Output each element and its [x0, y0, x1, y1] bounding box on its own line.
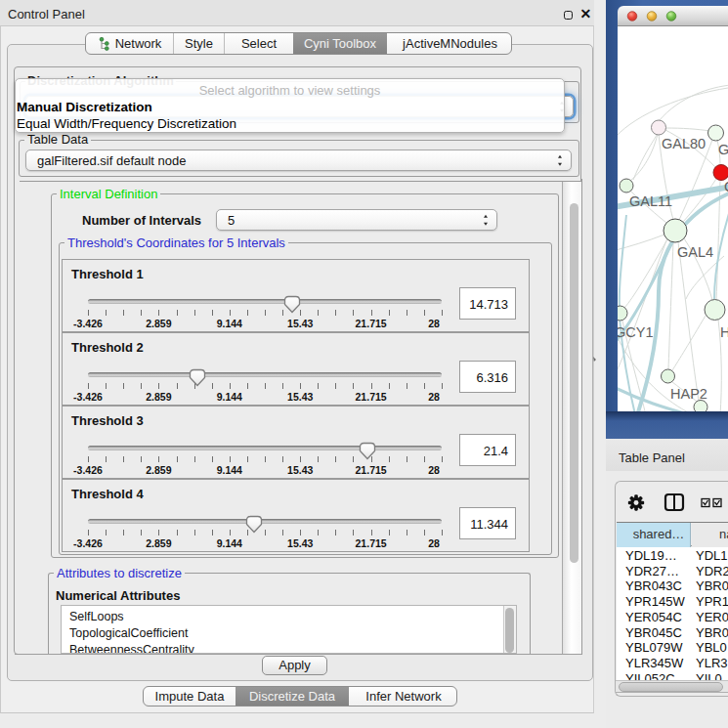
- svg-text:GCY1: GCY1: [618, 324, 654, 340]
- svg-text:CR: CR: [724, 179, 728, 194]
- svg-text:GAL4: GAL4: [677, 244, 713, 260]
- svg-text:HAP2: HAP2: [670, 386, 707, 402]
- svg-text:GAL11: GAL11: [629, 193, 672, 209]
- svg-text:GAL80: GAL80: [662, 136, 706, 151]
- svg-text:GA: GA: [718, 142, 728, 157]
- svg-text:HI: HI: [720, 324, 728, 340]
